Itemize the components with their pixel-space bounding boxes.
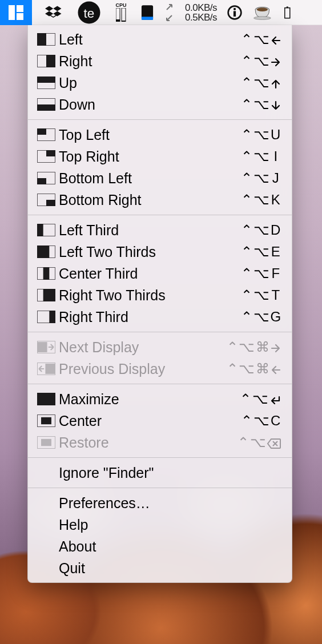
menu-label-help: Help: [59, 517, 281, 533]
caffeine-menubar-icon[interactable]: [252, 0, 275, 25]
shortcut-right-two-thirds: ⌃⌥T: [241, 287, 281, 303]
menu-label-quit: Quit: [59, 560, 281, 577]
te-menubar-icon[interactable]: te: [75, 0, 103, 25]
svg-rect-24: [37, 77, 55, 83]
shortcut-top-right: ⌃⌥I: [241, 148, 281, 164]
menu-item-left-third[interactable]: Left Third ⌃⌥D: [28, 219, 292, 241]
svg-rect-6: [116, 19, 120, 22]
shortcut-next-display: ⌃⌥⌘: [227, 339, 282, 355]
svg-rect-30: [46, 150, 55, 156]
menu-label-preferences: Preferences…: [59, 495, 281, 512]
menu-label-about: About: [59, 538, 281, 555]
svg-point-16: [254, 17, 271, 19]
shortcut-left-third: ⌃⌥D: [241, 222, 281, 238]
dropbox-menubar-icon[interactable]: [40, 0, 67, 25]
menu-item-bottom-left[interactable]: Bottom Left ⌃⌥J: [28, 167, 292, 189]
cpu-label: CPU: [115, 3, 126, 8]
menu-label-ignore: Ignore "Finder": [59, 465, 281, 481]
svg-rect-28: [37, 128, 46, 135]
third-r-icon: [37, 311, 59, 323]
menu-item-right-two-thirds[interactable]: Right Two Thirds ⌃⌥T: [28, 284, 292, 306]
menu-label-right-two-thirds: Right Two Thirds: [59, 287, 241, 304]
shortcut-left: ⌃⌥: [241, 31, 281, 47]
q-br-icon: [37, 194, 59, 206]
menu-item-right-third[interactable]: Right Third ⌃⌥G: [28, 306, 292, 328]
svg-rect-44: [49, 311, 55, 323]
info-circle-icon: [227, 5, 243, 21]
q-tr-icon: [37, 150, 59, 163]
half-top-icon: [37, 77, 59, 89]
svg-rect-18: [287, 6, 288, 7]
menu-item-preferences[interactable]: Preferences…: [28, 492, 292, 514]
menu-item-top-left[interactable]: Top Left ⌃⌥U: [28, 124, 292, 146]
menu-item-top-right[interactable]: Top Right ⌃⌥I: [28, 146, 292, 167]
menu-separator: [28, 457, 292, 458]
rectangle-dropdown-menu: Left ⌃⌥ Right ⌃⌥ Up ⌃⌥ Down ⌃⌥ Top Left …: [27, 25, 292, 583]
third-c-icon: [37, 267, 59, 280]
menu-item-help[interactable]: Help: [28, 514, 292, 536]
menu-item-left[interactable]: Left ⌃⌥: [28, 29, 292, 50]
svg-text:te: te: [84, 6, 95, 21]
menu-label-up: Up: [59, 75, 241, 91]
svg-rect-42: [43, 289, 55, 301]
te-circle-icon: te: [75, 0, 103, 26]
menu-label-restore: Restore: [59, 434, 238, 451]
menu-label-right-third: Right Third: [59, 309, 241, 325]
menu-label-previous-display: Previous Display: [59, 361, 227, 377]
svg-rect-22: [46, 55, 55, 67]
svg-rect-7: [122, 8, 126, 22]
menu-label-down: Down: [59, 96, 241, 113]
menu-item-ignore[interactable]: Ignore "Finder": [28, 462, 292, 484]
shortcut-bottom-right: ⌃⌥K: [241, 192, 281, 208]
menu-separator: [28, 384, 292, 384]
menu-label-top-right: Top Right: [59, 148, 241, 165]
menu-item-bottom-right[interactable]: Bottom Right ⌃⌥K: [28, 189, 292, 211]
menu-separator: [28, 119, 292, 120]
menu-item-up[interactable]: Up ⌃⌥: [28, 72, 292, 94]
svg-rect-8: [122, 21, 126, 22]
cpu-bars-icon: [116, 8, 126, 22]
rectangle-menubar-icon[interactable]: [0, 0, 32, 25]
menu-item-about[interactable]: About: [28, 536, 292, 557]
menu-label-maximize: Maximize: [59, 391, 240, 408]
menu-item-center[interactable]: Center ⌃⌥C: [28, 410, 292, 432]
menu-label-center: Center: [59, 413, 241, 429]
shortcut-center-third: ⌃⌥F: [241, 265, 281, 281]
shortcut-restore: ⌃⌥: [238, 434, 281, 450]
menu-item-maximize[interactable]: Maximize ⌃⌥: [28, 388, 292, 410]
svg-rect-40: [43, 267, 50, 280]
menu-separator: [28, 332, 292, 332]
menu-item-down[interactable]: Down ⌃⌥: [28, 94, 292, 115]
rectangle-app-icon: [7, 4, 25, 21]
svg-rect-26: [37, 104, 55, 111]
menu-item-right[interactable]: Right ⌃⌥: [28, 50, 292, 72]
third-l2-icon: [37, 245, 59, 258]
battery-menubar-partial[interactable]: [283, 0, 292, 25]
menu-label-next-display: Next Display: [59, 339, 227, 356]
disk-menubar-icon[interactable]: [139, 0, 155, 25]
disp-prev-icon: [37, 363, 59, 375]
full-icon: [37, 393, 59, 405]
shortcut-right: ⌃⌥: [241, 53, 281, 69]
menu-item-center-third[interactable]: Center Third ⌃⌥F: [28, 263, 292, 284]
menu-item-restore: Restore ⌃⌥: [28, 432, 292, 453]
svg-rect-48: [45, 364, 55, 374]
info-menubar-icon[interactable]: [225, 0, 244, 25]
center-icon: [37, 414, 59, 427]
menu-item-quit[interactable]: Quit: [28, 557, 292, 579]
menu-item-left-two-thirds[interactable]: Left Two Thirds ⌃⌥E: [28, 241, 292, 263]
menu-label-bottom-right: Bottom Right: [59, 192, 241, 208]
net-down-value: 0.5KB/s: [185, 13, 217, 22]
svg-point-15: [257, 7, 268, 11]
menu-item-next-display: Next Display ⌃⌥⌘: [28, 336, 292, 358]
cpu-menubar-indicator[interactable]: CPU: [111, 0, 131, 25]
svg-rect-50: [37, 393, 55, 405]
disp-next-icon: [37, 341, 59, 353]
network-stats[interactable]: 0.0KB/s 0.5KB/s: [185, 3, 217, 22]
shortcut-down: ⌃⌥: [241, 96, 281, 112]
svg-rect-10: [142, 17, 153, 20]
shortcut-left-two-thirds: ⌃⌥E: [241, 244, 281, 260]
expand-arrows-icon[interactable]: [163, 0, 177, 25]
menu-separator: [28, 215, 292, 215]
menu-label-left-third: Left Third: [59, 222, 241, 239]
